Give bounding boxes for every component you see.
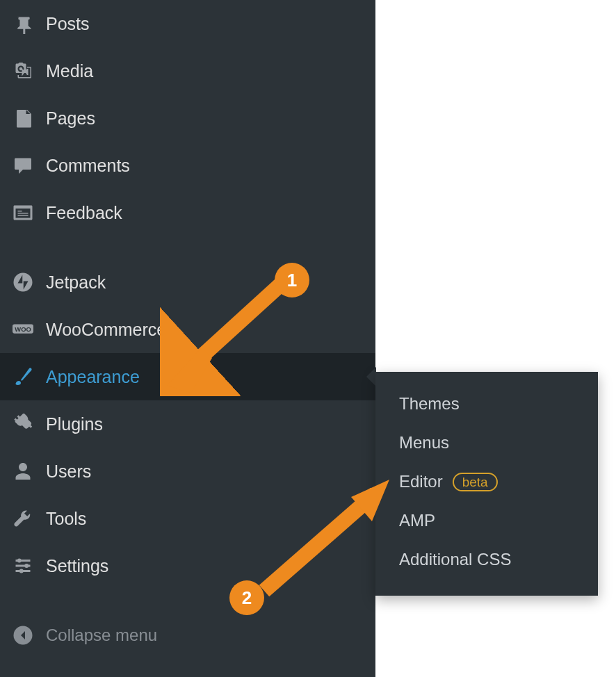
sidebar-item-users[interactable]: Users [0, 448, 375, 495]
submenu-item-editor[interactable]: Editor beta [375, 462, 598, 501]
appearance-submenu: Themes Menus Editor beta AMP Additional … [375, 372, 598, 596]
sidebar-item-plugins[interactable]: Plugins [0, 400, 375, 448]
sidebar-item-label: Media [46, 61, 93, 81]
sidebar-item-label: Plugins [46, 414, 103, 434]
svg-point-5 [19, 569, 24, 573]
brush-icon [13, 366, 46, 387]
submenu-item-label: Editor [399, 472, 443, 491]
sidebar-item-label: Users [46, 462, 91, 482]
user-icon [13, 461, 46, 482]
submenu-item-label: AMP [399, 511, 435, 530]
woocommerce-icon: WOO [13, 319, 46, 340]
sidebar-item-feedback[interactable]: Feedback [0, 189, 375, 236]
sidebar-item-label: Feedback [46, 203, 122, 223]
sidebar-item-label: Appearance [46, 367, 140, 387]
sidebar-item-label: Posts [46, 14, 90, 34]
sidebar-item-label: WooCommerce [46, 320, 166, 340]
sidebar-item-media[interactable]: Media [0, 47, 375, 95]
comment-icon [13, 155, 46, 176]
menu-separator [0, 236, 375, 259]
submenu-item-themes[interactable]: Themes [375, 384, 598, 423]
sidebar-item-settings[interactable]: Settings [0, 542, 375, 589]
media-icon [13, 60, 46, 81]
sidebar-item-label: Pages [46, 108, 95, 129]
sidebar-item-appearance[interactable]: Appearance [0, 353, 375, 400]
submenu-item-label: Themes [399, 394, 460, 414]
pages-icon [13, 108, 46, 129]
svg-point-3 [17, 559, 22, 563]
submenu-item-menus[interactable]: Menus [375, 423, 598, 462]
sliders-icon [13, 555, 46, 576]
sidebar-item-label: Jetpack [46, 272, 106, 293]
beta-badge: beta [453, 473, 498, 491]
sidebar-item-comments[interactable]: Comments [0, 142, 375, 189]
sidebar-item-woocommerce[interactable]: WOO WooCommerce [0, 306, 375, 353]
submenu-item-amp[interactable]: AMP [375, 501, 598, 540]
admin-sidebar: Posts Media Pages Comments Feedback Jetp… [0, 0, 375, 677]
svg-text:WOO: WOO [15, 326, 31, 333]
annotation-marker-1: 1 [275, 263, 309, 297]
sidebar-item-label: Comments [46, 156, 130, 176]
sidebar-item-label: Tools [46, 509, 86, 529]
collapse-label: Collapse menu [46, 626, 157, 645]
sidebar-item-tools[interactable]: Tools [0, 495, 375, 542]
pin-icon [13, 13, 46, 34]
collapse-icon [13, 625, 46, 646]
svg-point-0 [14, 273, 33, 292]
submenu-item-label: Menus [399, 433, 449, 452]
plug-icon [13, 414, 46, 434]
collapse-menu-button[interactable]: Collapse menu [0, 612, 375, 659]
sidebar-item-pages[interactable]: Pages [0, 95, 375, 142]
annotation-marker-2: 2 [229, 580, 264, 615]
submenu-item-additional-css[interactable]: Additional CSS [375, 540, 598, 579]
sidebar-item-label: Settings [46, 556, 108, 576]
sidebar-item-jetpack[interactable]: Jetpack [0, 259, 375, 306]
feedback-icon [13, 202, 46, 223]
wrench-icon [13, 508, 46, 529]
menu-separator [0, 589, 375, 612]
submenu-item-label: Additional CSS [399, 550, 511, 569]
jetpack-icon [13, 272, 46, 293]
svg-point-4 [24, 564, 29, 568]
sidebar-item-posts[interactable]: Posts [0, 0, 375, 47]
